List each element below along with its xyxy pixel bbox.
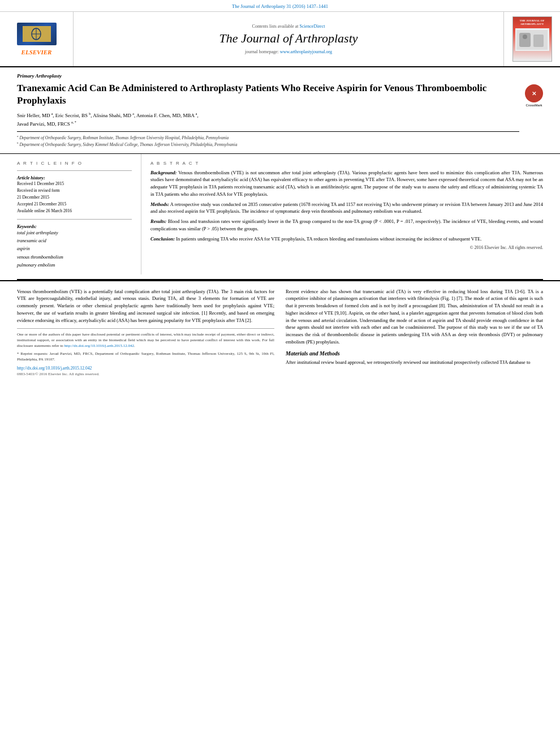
- disclosure-link[interactable]: http://dx.doi.org/10.1016/j.arth.2015.12…: [64, 344, 134, 348]
- abstract-methods: Methods: A retrospective study was condu…: [150, 201, 543, 216]
- keywords-label: Keywords:: [17, 224, 132, 229]
- journal-cover-image: THE JOURNAL OFARTHROPLASTY: [512, 16, 552, 62]
- homepage-label: journal homepage:: [245, 49, 279, 54]
- elsevier-emblem-inner: [23, 26, 51, 42]
- svg-point-7: [523, 35, 527, 39]
- keyword-4: venous thromboembolism: [17, 254, 132, 261]
- article-body: Venous thromboembolism (VTE) is a potent…: [0, 280, 560, 377]
- received-date: Received 1 December 2015: [17, 181, 132, 187]
- publisher-logo-area: ELSEVIER: [0, 12, 74, 66]
- elsevier-emblem: [17, 23, 57, 45]
- journal-title: The Journal of Arthroplasty: [219, 31, 357, 46]
- article-info-column: A R T I C L E I N F O Article history: R…: [17, 154, 141, 274]
- accepted-date: Accepted 21 December 2015: [17, 201, 132, 208]
- contents-available: Contents lists available at ScienceDirec…: [252, 24, 325, 29]
- abstract-heading: A B S T R A C T: [150, 161, 543, 166]
- affiliations: a Department of Orthopaedic Surgery, Rot…: [17, 131, 519, 148]
- crossmark-badge: ✕ CrossMark: [525, 84, 543, 107]
- keyword-5: pulmonary embolism: [17, 261, 132, 269]
- article-title: Tranexamic Acid Can Be Administered to A…: [17, 82, 519, 107]
- journal-info: Contents lists available at ScienceDirec…: [74, 12, 503, 66]
- doi-link[interactable]: http://dx.doi.org/10.1016/j.arth.2015.12…: [17, 366, 274, 371]
- reprint-footnote: * Reprint requests: Javad Parvizi, MD, F…: [17, 351, 274, 363]
- available-date: Available online 26 March 2016: [17, 208, 132, 214]
- homepage-url[interactable]: www.arthroplastyjournal.org: [280, 49, 332, 54]
- abstract-results: Results: Blood loss and transfusion rate…: [150, 218, 543, 233]
- crossmark-icon: ✕: [525, 84, 543, 102]
- contents-label: Contents lists available at: [252, 24, 299, 29]
- authors-list: Snir Heller, MD a, Eric Secrist, BS b, A…: [17, 111, 519, 128]
- conclusion-text: In patients undergoing TJA who receive A…: [176, 236, 481, 242]
- article-info-abstract: A R T I C L E I N F O Article history: R…: [0, 154, 560, 274]
- journal-header: ELSEVIER Contents lists available at Sci…: [0, 12, 560, 67]
- keyword-3: aspirin: [17, 245, 132, 253]
- results-text: Blood loss and transfusion rates were si…: [150, 218, 543, 231]
- abstract-conclusion: Conclusion: In patients undergoing TJA w…: [150, 235, 543, 243]
- body-para-3: After institutional review board approva…: [286, 359, 543, 366]
- background-text: Venous thromboembolism (VTE) is not unco…: [150, 170, 543, 197]
- divider: [17, 170, 132, 171]
- body-para-1: Venous thromboembolism (VTE) is a potent…: [17, 288, 274, 324]
- journal-citation: The Journal of Arthroplasty 31 (2016) 14…: [0, 0, 560, 12]
- cover-graphic: [515, 28, 549, 51]
- keyword-1: total joint arthroplasty: [17, 229, 132, 237]
- footnotes: One or more of the authors of this paper…: [17, 328, 274, 362]
- abstract-column: A B S T R A C T Background: Venous throm…: [141, 154, 543, 274]
- citation-text: The Journal of Arthroplasty 31 (2016) 14…: [232, 3, 328, 9]
- keywords-list: total joint arthroplasty tranexamic acid…: [17, 229, 132, 270]
- conflict-footnote: One or more of the authors of this paper…: [17, 332, 274, 349]
- divider2: [17, 219, 132, 220]
- abstract-background: Background: Venous thromboembolism (VTE)…: [150, 169, 543, 198]
- affiliation-b: Department of Orthopaedic Surgery, Sidne…: [19, 141, 237, 147]
- body-para-2: Recent evidence also has shown that tran…: [286, 288, 543, 346]
- materials-methods-heading: Materials and Methods: [286, 350, 543, 357]
- copyright-notice: © 2016 Elsevier Inc. All rights reserved…: [150, 245, 543, 250]
- revised-date: 21 December 2015: [17, 194, 132, 201]
- article-history: Article history: Received 1 December 201…: [17, 175, 132, 214]
- article-header: Primary Arthroplasty Tranexamic Acid Can…: [0, 67, 560, 154]
- sciencedirect-link[interactable]: ScienceDirect: [300, 24, 325, 29]
- svg-rect-6: [533, 35, 544, 47]
- article-info-heading: A R T I C L E I N F O: [17, 161, 132, 166]
- body-left-column: Venous thromboembolism (VTE) is a potent…: [17, 288, 274, 377]
- keyword-2: tranexamic acid: [17, 237, 132, 245]
- received-revised-label: Received in revised form: [17, 187, 132, 194]
- page: The Journal of Arthroplasty 31 (2016) 14…: [0, 0, 560, 747]
- issn-line: 0883-5403/© 2016 Elsevier Inc. All right…: [17, 372, 274, 376]
- affiliation-a: Department of Orthopaedic Surgery, Rothm…: [19, 135, 229, 140]
- body-right-column: Recent evidence also has shown that tran…: [286, 288, 543, 377]
- journal-cover-area: THE JOURNAL OFARTHROPLASTY: [503, 12, 560, 66]
- crossmark-label: CrossMark: [525, 104, 543, 107]
- body-columns: Venous thromboembolism (VTE) is a potent…: [17, 288, 543, 377]
- methods-text: A retrospective study was conducted on 2…: [150, 201, 543, 214]
- keywords-group: Keywords: total joint arthroplasty trane…: [17, 224, 132, 270]
- section-category: Primary Arthroplasty: [17, 73, 543, 79]
- journal-homepage: journal homepage: www.arthroplastyjourna…: [245, 49, 332, 54]
- elsevier-wordmark: ELSEVIER: [21, 49, 52, 55]
- history-label: Article history:: [17, 175, 132, 181]
- cover-title: THE JOURNAL OFARTHROPLASTY: [520, 19, 545, 26]
